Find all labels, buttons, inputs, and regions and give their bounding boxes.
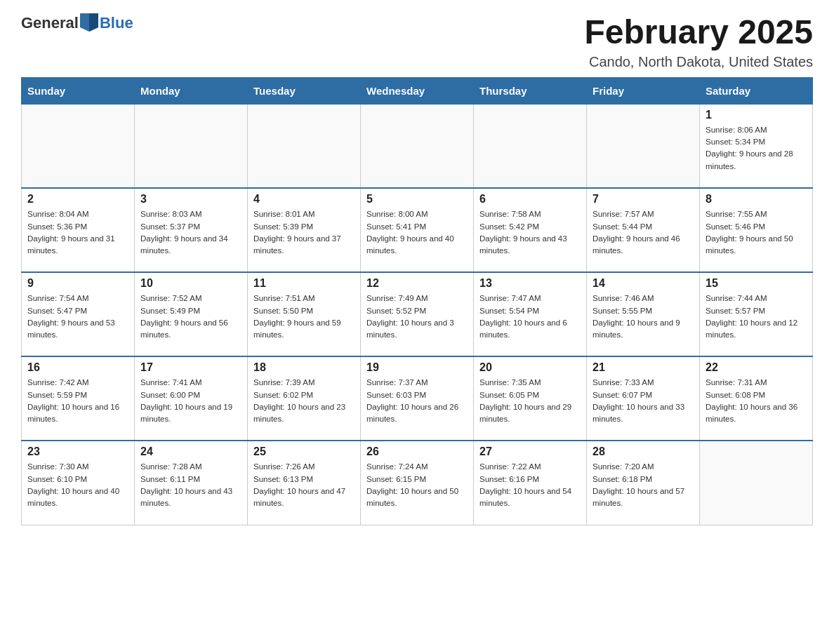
day-info: Sunrise: 7:41 AMSunset: 6:00 PMDaylight:… [140,377,241,425]
calendar-table: SundayMondayTuesdayWednesdayThursdayFrid… [21,77,813,525]
page-subtitle: Cando, North Dakota, United States [584,54,813,70]
day-number: 1 [706,109,807,121]
calendar-cell [248,104,361,188]
calendar-header-tuesday: Tuesday [248,77,361,104]
calendar-header-wednesday: Wednesday [361,77,474,104]
day-info: Sunrise: 7:55 AMSunset: 5:46 PMDaylight:… [706,208,807,257]
calendar-cell: 5Sunrise: 8:00 AMSunset: 5:41 PMDaylight… [361,188,474,272]
day-number: 21 [593,361,694,374]
logo-icon [80,13,98,32]
day-number: 19 [366,361,468,374]
calendar-cell: 18Sunrise: 7:39 AMSunset: 6:02 PMDayligh… [248,356,361,441]
day-info: Sunrise: 7:54 AMSunset: 5:47 PMDaylight:… [27,293,128,341]
day-info: Sunrise: 7:46 AMSunset: 5:55 PMDaylight:… [593,293,694,341]
calendar-cell: 26Sunrise: 7:24 AMSunset: 6:15 PMDayligh… [361,441,474,525]
day-number: 25 [253,445,355,458]
day-number: 8 [706,193,807,206]
calendar-week-row: 9Sunrise: 7:54 AMSunset: 5:47 PMDaylight… [22,272,813,356]
day-number: 24 [140,445,241,458]
calendar-header-row: SundayMondayTuesdayWednesdayThursdayFrid… [22,77,813,104]
calendar-cell: 21Sunrise: 7:33 AMSunset: 6:07 PMDayligh… [587,356,700,441]
day-info: Sunrise: 7:39 AMSunset: 6:02 PMDaylight:… [253,377,355,425]
logo-general-text: General [21,14,79,32]
day-number: 9 [27,277,128,290]
calendar-week-row: 16Sunrise: 7:42 AMSunset: 5:59 PMDayligh… [22,356,813,441]
day-number: 17 [140,361,241,374]
calendar-cell: 14Sunrise: 7:46 AMSunset: 5:55 PMDayligh… [587,272,700,356]
calendar-header-saturday: Saturday [700,77,813,104]
calendar-header-monday: Monday [135,77,248,104]
day-info: Sunrise: 7:20 AMSunset: 6:18 PMDaylight:… [593,461,694,509]
calendar-cell: 24Sunrise: 7:28 AMSunset: 6:11 PMDayligh… [135,441,248,525]
day-number: 12 [366,277,468,290]
day-info: Sunrise: 7:49 AMSunset: 5:52 PMDaylight:… [366,293,468,341]
day-info: Sunrise: 7:37 AMSunset: 6:03 PMDaylight:… [366,377,468,425]
day-number: 11 [253,277,355,290]
day-number: 3 [140,193,241,206]
calendar-cell: 25Sunrise: 7:26 AMSunset: 6:13 PMDayligh… [248,441,361,525]
day-info: Sunrise: 8:03 AMSunset: 5:37 PMDaylight:… [140,208,241,257]
calendar-cell: 28Sunrise: 7:20 AMSunset: 6:18 PMDayligh… [587,441,700,525]
calendar-cell: 23Sunrise: 7:30 AMSunset: 6:10 PMDayligh… [22,441,135,525]
calendar-cell: 16Sunrise: 7:42 AMSunset: 5:59 PMDayligh… [22,356,135,441]
day-info: Sunrise: 8:06 AMSunset: 5:34 PMDaylight:… [706,124,807,173]
day-info: Sunrise: 7:26 AMSunset: 6:13 PMDaylight:… [253,461,355,509]
calendar-cell: 8Sunrise: 7:55 AMSunset: 5:46 PMDaylight… [700,188,813,272]
day-number: 27 [479,445,581,458]
day-number: 23 [27,445,128,458]
calendar-cell: 10Sunrise: 7:52 AMSunset: 5:49 PMDayligh… [135,272,248,356]
day-info: Sunrise: 8:01 AMSunset: 5:39 PMDaylight:… [253,208,355,257]
day-number: 22 [706,361,807,374]
calendar-cell: 9Sunrise: 7:54 AMSunset: 5:47 PMDaylight… [22,272,135,356]
calendar-week-row: 23Sunrise: 7:30 AMSunset: 6:10 PMDayligh… [22,441,813,525]
calendar-cell: 11Sunrise: 7:51 AMSunset: 5:50 PMDayligh… [248,272,361,356]
day-number: 5 [366,193,468,206]
day-info: Sunrise: 7:28 AMSunset: 6:11 PMDaylight:… [140,461,241,509]
calendar-cell: 19Sunrise: 7:37 AMSunset: 6:03 PMDayligh… [361,356,474,441]
calendar-cell: 1Sunrise: 8:06 AMSunset: 5:34 PMDaylight… [700,104,813,188]
calendar-header-friday: Friday [587,77,700,104]
day-info: Sunrise: 7:52 AMSunset: 5:49 PMDaylight:… [140,293,241,341]
logo: General Blue [21,14,133,32]
calendar-cell: 6Sunrise: 7:58 AMSunset: 5:42 PMDaylight… [474,188,587,272]
calendar-week-row: 2Sunrise: 8:04 AMSunset: 5:36 PMDaylight… [22,188,813,272]
day-number: 15 [706,277,807,290]
calendar-cell [22,104,135,188]
day-info: Sunrise: 7:58 AMSunset: 5:42 PMDaylight:… [479,208,581,257]
calendar-cell: 22Sunrise: 7:31 AMSunset: 6:08 PMDayligh… [700,356,813,441]
calendar-cell [700,441,813,525]
calendar-cell: 20Sunrise: 7:35 AMSunset: 6:05 PMDayligh… [474,356,587,441]
calendar-cell [361,104,474,188]
day-info: Sunrise: 7:31 AMSunset: 6:08 PMDaylight:… [706,377,807,425]
day-info: Sunrise: 7:57 AMSunset: 5:44 PMDaylight:… [593,208,694,257]
day-info: Sunrise: 7:22 AMSunset: 6:16 PMDaylight:… [479,461,581,509]
day-number: 6 [479,193,581,206]
svg-marker-1 [89,13,98,32]
calendar-cell: 3Sunrise: 8:03 AMSunset: 5:37 PMDaylight… [135,188,248,272]
day-number: 28 [593,445,694,458]
calendar-cell: 15Sunrise: 7:44 AMSunset: 5:57 PMDayligh… [700,272,813,356]
day-number: 2 [27,193,128,206]
day-number: 20 [479,361,581,374]
calendar-header-sunday: Sunday [22,77,135,104]
day-info: Sunrise: 7:30 AMSunset: 6:10 PMDaylight:… [27,461,128,509]
day-number: 26 [366,445,468,458]
calendar-cell: 12Sunrise: 7:49 AMSunset: 5:52 PMDayligh… [361,272,474,356]
day-number: 18 [253,361,355,374]
day-number: 14 [593,277,694,290]
day-number: 7 [593,193,694,206]
day-number: 10 [140,277,241,290]
day-info: Sunrise: 7:51 AMSunset: 5:50 PMDaylight:… [253,293,355,341]
day-info: Sunrise: 7:47 AMSunset: 5:54 PMDaylight:… [479,293,581,341]
day-number: 4 [253,193,355,206]
calendar-cell: 17Sunrise: 7:41 AMSunset: 6:00 PMDayligh… [135,356,248,441]
day-info: Sunrise: 8:00 AMSunset: 5:41 PMDaylight:… [366,208,468,257]
calendar-cell: 13Sunrise: 7:47 AMSunset: 5:54 PMDayligh… [474,272,587,356]
calendar-header-thursday: Thursday [474,77,587,104]
calendar-cell: 7Sunrise: 7:57 AMSunset: 5:44 PMDaylight… [587,188,700,272]
calendar-cell [587,104,700,188]
day-info: Sunrise: 7:33 AMSunset: 6:07 PMDaylight:… [593,377,694,425]
day-info: Sunrise: 7:24 AMSunset: 6:15 PMDaylight:… [366,461,468,509]
page-header: General Blue February 2025 Cando, North … [21,14,813,70]
day-info: Sunrise: 7:44 AMSunset: 5:57 PMDaylight:… [706,293,807,341]
